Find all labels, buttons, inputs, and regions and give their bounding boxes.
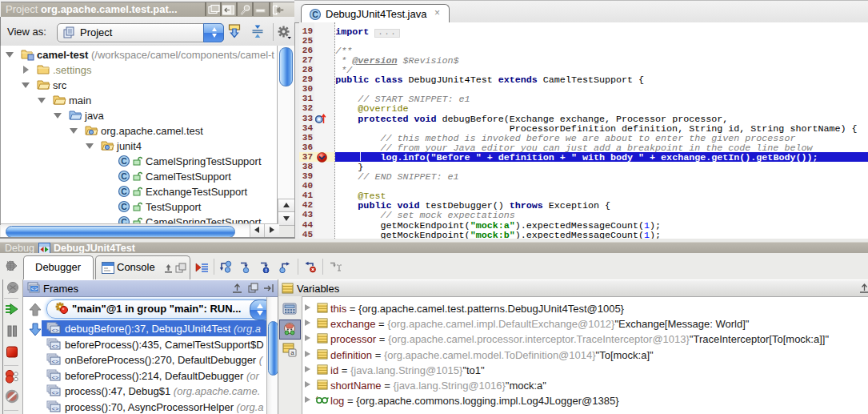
svg-text:<>: <> (51, 374, 59, 380)
svg-text:a: a (290, 349, 294, 356)
svg-text:<>: <> (51, 406, 59, 412)
svg-text:C: C (312, 10, 318, 19)
svg-text:<>: <> (51, 390, 59, 396)
svg-text:C: C (121, 156, 127, 166)
svg-text:C: C (121, 202, 127, 211)
svg-text:C: C (121, 187, 127, 196)
svg-text:<>: <> (51, 343, 59, 349)
svg-text:<>: <> (51, 359, 59, 365)
svg-text:C: C (121, 171, 127, 181)
svg-text:<>: <> (51, 328, 59, 334)
svg-text:<>: <> (31, 286, 38, 292)
